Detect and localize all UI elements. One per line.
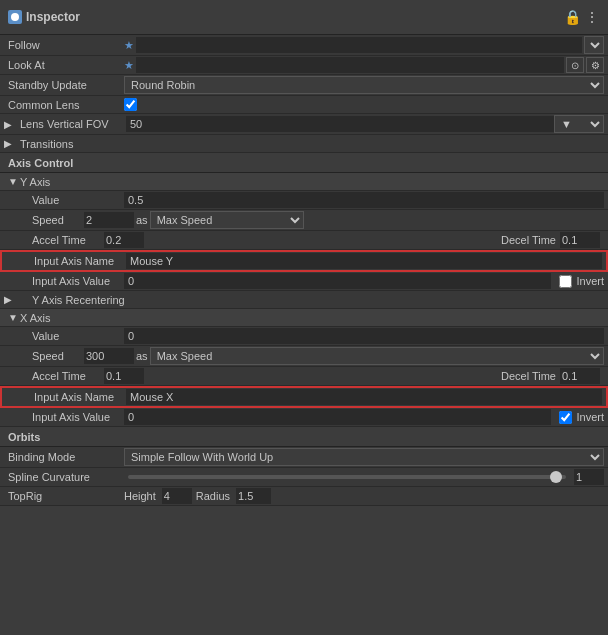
transitions-label: Transitions (16, 138, 136, 150)
axis-control-label: Axis Control (8, 157, 73, 169)
x-axis-triangle: ▼ (8, 312, 18, 323)
svg-point-0 (11, 13, 19, 21)
y-decel-input[interactable] (560, 232, 600, 248)
x-speed-as: as (136, 350, 148, 362)
y-input-axis-name-row: Input Axis Name (0, 250, 608, 272)
follow-label: Follow (4, 39, 124, 51)
x-value-label: Value (4, 330, 124, 342)
orbits-label: Orbits (8, 431, 40, 443)
x-input-axis-value-input[interactable] (124, 409, 551, 425)
x-speed-row: Speed as Max Speed (0, 346, 608, 367)
x-decel-input[interactable] (560, 368, 600, 384)
follow-dropdown[interactable]: ▼ (584, 36, 604, 54)
y-input-axis-value-input[interactable] (124, 273, 551, 289)
y-input-axis-name-input[interactable] (126, 253, 602, 269)
lock-button[interactable]: 🔒 (564, 9, 580, 25)
follow-icon: ★ (124, 39, 134, 52)
spline-curvature-row: Spline Curvature (0, 468, 608, 487)
x-value-input[interactable] (124, 328, 604, 344)
y-accel-row: Accel Time Decel Time (0, 231, 608, 250)
top-rig-radius-input[interactable] (236, 488, 271, 504)
look-at-gear-btn[interactable]: ⚙ (586, 57, 604, 73)
y-recentering-row[interactable]: ▶ Y Axis Recentering (0, 291, 608, 309)
look-at-label: Look At (4, 59, 124, 71)
binding-mode-label: Binding Mode (4, 451, 124, 463)
y-invert-label: Invert (576, 275, 604, 287)
top-rig-radius-label: Radius (196, 490, 230, 502)
look-at-value[interactable]: Head (Transform) (136, 57, 564, 73)
y-speed-type-dropdown[interactable]: Max Speed (150, 211, 304, 229)
y-speed-row: Speed as Max Speed (0, 210, 608, 231)
y-axis-value-row: Value (0, 191, 608, 210)
x-input-axis-name-label: Input Axis Name (6, 391, 126, 403)
x-axis-value-row: Value (0, 327, 608, 346)
y-axis-triangle: ▼ (8, 176, 18, 187)
common-lens-checkbox[interactable] (124, 98, 137, 111)
top-rig-height-input[interactable] (162, 488, 192, 504)
y-recenter-label: Y Axis Recentering (16, 294, 136, 306)
y-value-input[interactable] (124, 192, 604, 208)
standby-update-label: Standby Update (4, 79, 124, 91)
y-speed-input[interactable] (84, 212, 134, 228)
y-decel-label: Decel Time (501, 234, 556, 246)
spline-curvature-track (128, 475, 566, 479)
orbits-section: Orbits (0, 427, 608, 447)
y-input-axis-value-label: Input Axis Value (4, 275, 124, 287)
inspector-content: Follow ★ Root (Transform) ▼ Look At ★ He… (0, 35, 608, 506)
lens-fov-value[interactable] (126, 116, 554, 132)
y-input-axis-name-label: Input Axis Name (6, 255, 126, 267)
y-accel-input[interactable] (104, 232, 144, 248)
x-axis-header[interactable]: ▼ X Axis (0, 309, 608, 327)
standby-update-row: Standby Update Round Robin (0, 75, 608, 96)
y-accel-label: Accel Time (32, 234, 102, 246)
lens-fov-row: ▶ Lens Vertical FOV ▼ (0, 114, 608, 135)
follow-value[interactable]: Root (Transform) (136, 37, 582, 53)
inspector-title: Inspector (26, 10, 80, 24)
y-input-axis-value-row: Input Axis Value Invert (0, 272, 608, 291)
look-at-row: Look At ★ Head (Transform) ⊙ ⚙ (0, 56, 608, 75)
spline-curvature-input[interactable] (574, 469, 604, 485)
top-rig-height-label: Height (124, 490, 156, 502)
lens-fov-triangle[interactable]: ▶ (4, 119, 14, 130)
spline-curvature-label: Spline Curvature (4, 471, 124, 483)
top-rig-row: TopRig Height Radius (0, 487, 608, 506)
lens-fov-label: Lens Vertical FOV (16, 118, 126, 130)
common-lens-label: Common Lens (4, 99, 124, 111)
x-accel-row: Accel Time Decel Time (0, 367, 608, 386)
x-axis-label: X Axis (20, 312, 51, 324)
top-rig-label: TopRig (4, 490, 124, 502)
x-speed-type-dropdown[interactable]: Max Speed (150, 347, 604, 365)
x-decel-label: Decel Time (501, 370, 556, 382)
x-speed-input[interactable] (84, 348, 134, 364)
x-invert-label: Invert (576, 411, 604, 423)
binding-mode-dropdown[interactable]: Simple Follow With World Up (124, 448, 604, 466)
y-value-label: Value (4, 194, 124, 206)
x-speed-label: Speed (4, 350, 84, 362)
x-input-axis-value-row: Input Axis Value Invert (0, 408, 608, 427)
x-invert-checkbox[interactable] (559, 411, 572, 424)
y-recenter-triangle: ▶ (4, 294, 14, 305)
y-axis-label: Y Axis (20, 176, 50, 188)
y-invert-checkbox[interactable] (559, 275, 572, 288)
menu-button[interactable]: ⋮ (584, 9, 600, 25)
spline-curvature-thumb[interactable] (550, 471, 562, 483)
transitions-row: ▶ Transitions (0, 135, 608, 153)
x-input-axis-name-input[interactable] (126, 389, 602, 405)
y-speed-label: Speed (4, 214, 84, 226)
x-accel-label: Accel Time (32, 370, 102, 382)
x-accel-input[interactable] (104, 368, 144, 384)
y-speed-as: as (136, 214, 148, 226)
look-at-target-btn[interactable]: ⊙ (566, 57, 584, 73)
x-input-axis-name-row: Input Axis Name (0, 386, 608, 408)
y-axis-header[interactable]: ▼ Y Axis (0, 173, 608, 191)
axis-control-section: Axis Control (0, 153, 608, 173)
transitions-triangle[interactable]: ▶ (4, 138, 14, 149)
lens-fov-dropdown[interactable]: ▼ (554, 115, 604, 133)
inspector-icon (8, 10, 22, 24)
follow-row: Follow ★ Root (Transform) ▼ (0, 35, 608, 56)
x-input-axis-value-label: Input Axis Value (4, 411, 124, 423)
look-at-icon: ★ (124, 59, 134, 72)
common-lens-row: Common Lens (0, 96, 608, 114)
standby-update-dropdown[interactable]: Round Robin (124, 76, 604, 94)
inspector-header: Inspector 🔒 ⋮ (0, 0, 608, 35)
